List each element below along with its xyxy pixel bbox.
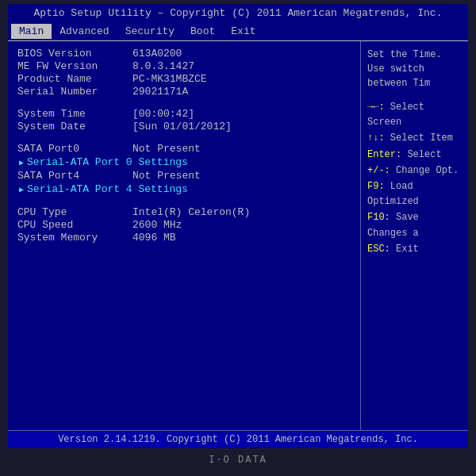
key-hint-arrow: →←: Select Screen [367,100,462,130]
table-row: SATA Port4 Not Present [17,170,351,182]
sata-port0-value: Not Present [132,143,201,155]
product-name-label: Product Name [17,73,132,85]
me-fw-value: 8.0.3.1427 [132,60,194,72]
sata-port4-settings-link[interactable]: Serial-ATA Port 4 Settings [17,183,351,195]
cpu-speed-label: CPU Speed [17,219,132,231]
sata-port4-label: SATA Port4 [17,170,132,182]
footer-text: Version 2.14.1219. Copyright (C) 2011 Am… [58,434,418,445]
menu-item-exit[interactable]: Exit [223,24,263,39]
menu-bar: Main Advanced Security Boot Exit [8,22,468,40]
key-hint-enter: Enter: Select [367,148,462,163]
sata-port0-label: SATA Port0 [17,143,132,155]
menu-item-advanced[interactable]: Advanced [52,24,117,39]
menu-item-boot[interactable]: Boot [182,24,223,39]
title-bar: Aptio Setup Utility – Copyright (C) 2011… [8,4,468,22]
key-hint-plusminus: +/-: Change Opt. [367,163,462,178]
me-fw-label: ME FW Version [17,60,132,72]
cpu-type-value: Intel(R) Celeron(R) [132,206,250,218]
table-row: CPU Speed 2600 MHz [17,219,351,231]
title-text: Aptio Setup Utility – Copyright (C) 2011… [34,7,443,19]
table-row: SATA Port0 Not Present [17,143,351,155]
table-row: BIOS Version 613A0200 [17,48,351,60]
brand-bar: I·O DATA [205,448,271,472]
content-area: BIOS Version 613A0200 ME FW Version 8.0.… [8,40,468,430]
menu-item-security[interactable]: Security [117,24,182,39]
table-row: CPU Type Intel(R) Celeron(R) [17,206,351,218]
cpu-type-label: CPU Type [17,206,132,218]
table-row: System Memory 4096 MB [17,232,351,244]
brand-text: I·O DATA [209,455,267,466]
bios-version-value: 613A0200 [132,48,182,60]
sata-port4-value: Not Present [132,170,201,182]
menu-item-main[interactable]: Main [11,24,52,39]
bios-version-label: BIOS Version [17,48,132,60]
key-hint-updown: ↑↓: Select Item [367,131,462,146]
serial-number-value: 29021171A [132,86,188,98]
side-panel: Set the Time. Use switch between Tim →←:… [361,41,468,430]
side-intro-text: Set the Time. Use switch between Tim [367,48,462,90]
system-time-value[interactable]: [00:00:42] [132,108,194,120]
key-hint-esc: ESC: Exit [367,242,462,257]
footer-bar: Version 2.14.1219. Copyright (C) 2011 Am… [8,430,468,448]
table-row: Product Name PC-MK31MBZCE [17,73,351,85]
main-panel: BIOS Version 613A0200 ME FW Version 8.0.… [8,41,361,430]
table-row: System Date [Sun 01/01/2012] [17,121,351,132]
product-name-value: PC-MK31MBZCE [132,73,207,85]
table-row: ME FW Version 8.0.3.1427 [17,60,351,72]
system-memory-value: 4096 MB [132,232,176,244]
system-date-value[interactable]: [Sun 01/01/2012] [132,121,232,132]
system-time-label: System Time [17,108,132,120]
serial-number-label: Serial Number [17,86,132,98]
sata-port0-settings-link[interactable]: Serial-ATA Port 0 Settings [17,156,351,168]
system-memory-label: System Memory [17,232,132,244]
key-hint-f10: F10: Save Changes a [367,210,462,240]
table-row: Serial Number 29021171A [17,86,351,98]
table-row: System Time [00:00:42] [17,108,351,120]
system-date-label: System Date [17,121,132,132]
bios-screen: Aptio Setup Utility – Copyright (C) 2011… [8,4,468,448]
cpu-speed-value: 2600 MHz [132,219,182,231]
key-hint-f9: F9: Load Optimized [367,179,462,209]
